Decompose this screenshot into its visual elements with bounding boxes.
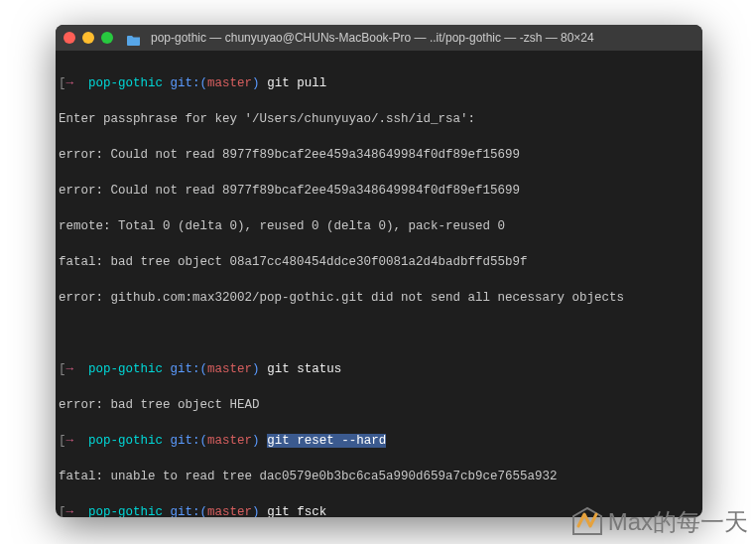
terminal-window: pop-gothic — chunyuyao@CHUNs-MacBook-Pro… (56, 25, 702, 517)
window-title: pop-gothic — chunyuyao@CHUNs-MacBook-Pro… (151, 31, 594, 45)
watermark: Max的每一天 (570, 506, 748, 538)
prompt-line: [→ pop-gothic git:(master) git pull (59, 74, 699, 92)
cmd-git-reset-hard: git reset --hard (267, 434, 386, 448)
output-error: error: Could not read 8977f89bcaf2ee459a… (59, 182, 699, 200)
arrow-icon: → (66, 434, 74, 448)
watermark-text: Max的每一天 (608, 506, 748, 538)
output-passphrase: Enter passphrase for key '/Users/chunyuy… (59, 110, 699, 128)
prompt-line: [→ pop-gothic git:(master) git reset --h… (59, 432, 699, 450)
prompt-dir: pop-gothic (88, 505, 163, 517)
prompt-dir: pop-gothic (88, 362, 163, 376)
traffic-lights (63, 32, 113, 44)
output-error: error: github.com:max32002/pop-gothic.gi… (59, 289, 699, 307)
prompt-line: [→ pop-gothic git:(master) git status (59, 360, 699, 378)
watermark-logo-icon (570, 506, 604, 538)
prompt-dir: pop-gothic (88, 76, 163, 90)
maximize-icon[interactable] (101, 32, 113, 44)
cmd-git-pull: git pull (267, 76, 326, 90)
output-fatal: fatal: unable to read tree dac0579e0b3bc… (59, 468, 699, 485)
git-branch: master (207, 76, 252, 90)
output-remote: remote: Total 0 (delta 0), reused 0 (del… (59, 217, 699, 235)
cmd-git-fsck: git fsck (267, 505, 326, 517)
folder-icon (127, 33, 141, 44)
arrow-icon: → (66, 362, 74, 376)
arrow-icon: → (66, 505, 74, 517)
output-error: error: Could not read 8977f89bcaf2ee459a… (59, 146, 699, 164)
terminal-body[interactable]: [→ pop-gothic git:(master) git pull Ente… (56, 51, 702, 517)
arrow-icon: → (66, 76, 74, 90)
title-bar: pop-gothic — chunyuyao@CHUNs-MacBook-Pro… (56, 25, 702, 51)
git-label: git:( (171, 76, 208, 90)
close-icon[interactable] (63, 32, 75, 44)
minimize-icon[interactable] (82, 32, 94, 44)
prompt-dir: pop-gothic (88, 434, 163, 448)
output-fatal: fatal: bad tree object 08a17cc480454ddce… (59, 253, 699, 271)
cmd-git-status: git status (267, 362, 341, 376)
output-error: error: bad tree object HEAD (59, 396, 699, 414)
blank-line (59, 325, 699, 342)
